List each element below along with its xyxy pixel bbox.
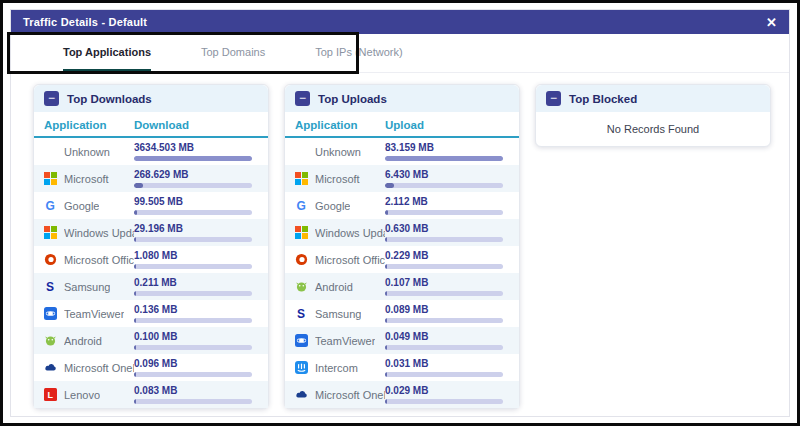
collapse-icon[interactable]: − [295,91,310,106]
usage-bar-fill [385,210,388,215]
usage-bar [134,345,252,350]
downloads-rows: Unknown3634.503 MBMicrosoft268.629 MBGGo… [34,138,268,408]
metric-cell: 6.430 MB [385,169,509,188]
usage-bar-fill [385,318,387,323]
collapse-icon[interactable]: − [44,91,59,106]
metric-value: 1.080 MB [134,250,258,262]
metric-value: 0.136 MB [134,304,258,316]
usage-bar-fill [134,318,136,323]
application-cell: GGoogle [295,199,385,212]
svg-text:G: G [297,199,306,212]
usage-bar [385,291,503,296]
metric-value: 6.430 MB [385,169,509,181]
column-headers: Application Download [34,112,268,138]
application-name: Android [315,281,353,293]
svg-text:G: G [46,199,55,212]
column-header-application: Application [295,119,385,131]
microsoft-icon [295,172,308,185]
tab-top-domains[interactable]: Top Domains [201,34,265,72]
metric-cell: 0.031 MB [385,358,509,377]
metric-value: 99.505 MB [134,196,258,208]
application-name: TeamViewer [64,308,124,320]
panel-header: − Top Blocked [536,85,770,112]
metric-value: 0.630 MB [385,223,509,235]
onedrive-icon [44,361,57,374]
close-icon[interactable]: ✕ [766,16,777,29]
onedrive-icon [295,388,308,401]
usage-bar-fill [134,210,137,215]
usage-bar [385,318,503,323]
top-blocked-panel: − Top Blocked No Records Found [535,84,771,147]
application-cell: Android [295,280,385,293]
application-cell: Unknown [44,145,134,158]
no-icon [44,145,57,158]
microsoft-icon [44,172,57,185]
table-row: TeamViewer0.136 MB [34,300,268,327]
metric-cell: 0.096 MB [134,358,258,377]
table-row: SSamsung0.211 MB [34,273,268,300]
panel-header: − Top Uploads [285,85,519,112]
metric-cell: 0.136 MB [134,304,258,323]
application-name: Microsoft OneDrive [315,389,385,401]
application-name: TeamViewer [315,335,375,347]
table-row: Microsoft OneDrive0.096 MB [34,354,268,381]
collapse-icon[interactable]: − [546,91,561,106]
metric-cell: 83.159 MB [385,142,509,161]
application-cell: Android [44,334,134,347]
usage-bar [385,372,503,377]
application-name: Samsung [315,308,361,320]
application-name: Windows Update [315,227,385,239]
usage-bar [385,345,503,350]
application-cell: Intercom [295,361,385,374]
application-cell: LLenovo [44,388,134,401]
usage-bar-fill [134,372,136,377]
google-icon: G [295,199,308,212]
usage-bar [134,318,252,323]
table-row: Microsoft OneDrive0.029 MB [285,381,519,408]
table-row: GGoogle99.505 MB [34,192,268,219]
svg-text:S: S [297,307,305,320]
traffic-details-dialog: Traffic Details - Default ✕ Top Applicat… [10,9,790,417]
table-row: Windows Update29.196 MB [34,219,268,246]
top-downloads-panel: − Top Downloads Application Download Unk… [33,84,269,409]
usage-bar-fill [134,291,136,296]
usage-bar-fill [385,183,394,188]
usage-bar [134,372,252,377]
usage-bar-fill [134,345,136,350]
table-row: SSamsung0.089 MB [285,300,519,327]
application-cell: SSamsung [44,280,134,293]
tab-top-ips-network[interactable]: Top IPs (Network) [315,34,402,72]
application-name: Microsoft Office [64,254,134,266]
table-row: GGoogle2.112 MB [285,192,519,219]
metric-value: 83.159 MB [385,142,509,154]
samsung-icon: S [44,280,57,293]
table-row: Microsoft Office1.080 MB [34,246,268,273]
lenovo-icon: L [44,388,57,401]
metric-value: 0.229 MB [385,250,509,262]
usage-bar-fill [134,156,252,161]
application-cell: Microsoft OneDrive [44,361,134,374]
usage-bar [385,210,503,215]
no-records-message: No Records Found [536,112,770,146]
table-row: Microsoft268.629 MB [34,165,268,192]
intercom-icon [295,361,308,374]
metric-cell: 0.107 MB [385,277,509,296]
metric-cell: 0.100 MB [134,331,258,350]
metric-cell: 2.112 MB [385,196,509,215]
usage-bar-fill [385,372,387,377]
metric-cell: 1.080 MB [134,250,258,269]
metric-cell: 0.029 MB [385,385,509,404]
metric-value: 0.029 MB [385,385,509,397]
usage-bar-fill [134,264,136,269]
application-cell: Microsoft OneDrive [295,388,385,401]
tab-bar: Top Applications Top Domains Top IPs (Ne… [11,34,789,73]
application-cell: Windows Update [295,226,385,239]
tab-top-applications[interactable]: Top Applications [63,34,151,72]
metric-value: 0.100 MB [134,331,258,343]
panel-title: Top Downloads [67,93,152,105]
table-row: Microsoft6.430 MB [285,165,519,192]
metric-cell: 0.049 MB [385,331,509,350]
application-cell: Unknown [295,145,385,158]
metric-cell: 268.629 MB [134,169,258,188]
usage-bar [385,399,503,404]
